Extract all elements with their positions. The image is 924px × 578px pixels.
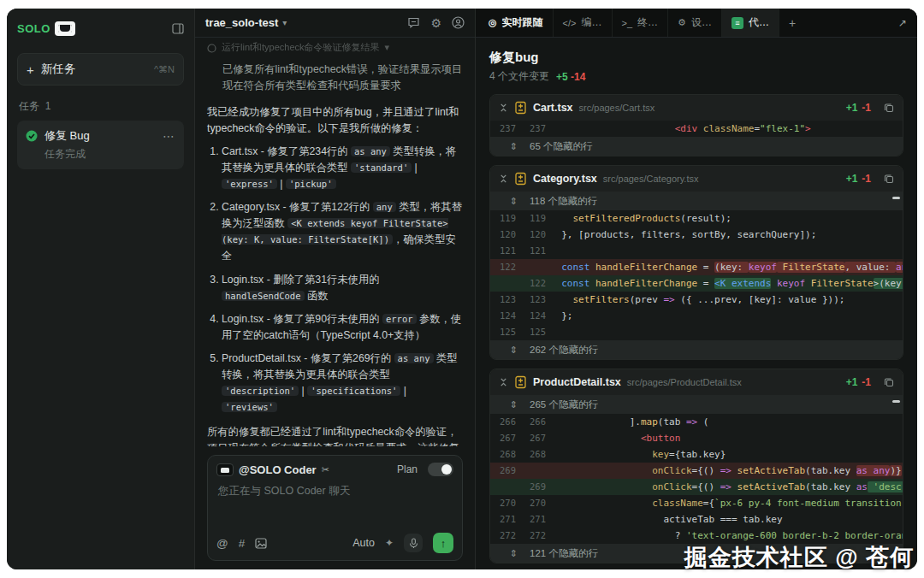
settings-icon: ⚙ (678, 17, 686, 28)
robot-logo-icon (55, 21, 75, 36)
new-line-number: 271 (520, 511, 550, 528)
hidden-lines-label: 65 个隐藏的行 (530, 139, 593, 155)
hidden-lines-expander[interactable]: ⇕262 个隐藏的行 (490, 340, 903, 359)
new-line-number: 270 (520, 495, 550, 511)
task-list-item[interactable]: 修复 Bug ⋯ 任务完成 (17, 121, 184, 169)
tab-new-tab[interactable]: + (779, 9, 805, 37)
unfold-icon: ⇕ (490, 546, 530, 562)
tab-live-follow[interactable]: ◎实时跟随 (479, 9, 554, 37)
file-stats: +1-1 (846, 102, 871, 114)
copy-icon[interactable] (884, 377, 894, 387)
page: SOLO + 新任务 ^⌘N 任务 1 修复 Bug (0, 0, 924, 578)
agent-robot-icon (216, 463, 234, 476)
watermark: 掘金技术社区 @ 苍何 (684, 542, 914, 573)
tab-label: 代… (749, 15, 769, 30)
task-status: 任务完成 (44, 147, 175, 162)
line-content: onClick={() => setActiveTab(tab.key as a… (550, 463, 903, 479)
new-line-number: 269 (520, 479, 550, 495)
scrollbar-thumb[interactable] (892, 400, 900, 403)
diff-line: 266266 ].map(tab => ( (490, 414, 903, 430)
diff-line: 122 const handleFilterChange = (key: key… (490, 259, 903, 275)
modified-file-icon (514, 172, 527, 186)
chat-scroll-area[interactable]: 运行lint和typecheck命令验证修复结果 ▾ 已修复所有lint和typ… (195, 38, 475, 446)
expand-panel-icon[interactable]: ↗ (888, 17, 917, 29)
assistant-intro: 我已经成功修复了项目中的所有bug，并且通过了lint和typecheck命令的… (207, 104, 463, 137)
hidden-lines-expander[interactable]: ⇕265 个隐藏的行 (490, 395, 903, 414)
line-content: const handleFilterChange = (key: keyof F… (550, 259, 903, 275)
mic-button[interactable] (404, 534, 423, 552)
diff-line: 122 const handleFilterChange = <K extend… (490, 275, 903, 292)
file-stats: +1-1 (846, 173, 871, 185)
inline-code: 'express' (222, 179, 277, 189)
diff-file-header[interactable]: Category.tsxsrc/pages/Category.tsx+1-1 (490, 166, 903, 192)
mode-selector[interactable]: Auto (352, 537, 375, 549)
new-line-number: 266 (520, 414, 550, 430)
file-path: src/pages/Category.tsx (603, 174, 699, 184)
new-line-number: 119 (520, 210, 550, 227)
files-changed-count: 4 个文件变更 (489, 69, 549, 84)
hidden-lines-expander[interactable]: ⇕65 个隐藏的行 (490, 137, 903, 156)
hidden-lines-expander[interactable]: ⇕118 个隐藏的行 (490, 192, 903, 210)
new-line-number: 122 (520, 275, 550, 292)
collapsed-tool-row[interactable]: 运行lint和typecheck命令验证修复结果 ▾ (207, 41, 463, 55)
sparkle-icon[interactable]: ✦ (385, 537, 394, 549)
fix-item: Category.tsx - 修复了第122行的 any 类型，将其替换为泛型函… (222, 199, 463, 264)
line-content: className={`px-6 py-4 font-medium transi… (550, 495, 903, 511)
fix-item: Login.tsx - 删除了第31行未使用的 handleSendCode 函… (222, 272, 463, 304)
tab-code-diff[interactable]: ≡代… (722, 9, 779, 37)
diff-file-header[interactable]: Cart.tsxsrc/pages/Cart.tsx+1-1 (490, 95, 903, 121)
copy-icon[interactable] (884, 103, 894, 113)
app-window: SOLO + 新任务 ^⌘N 任务 1 修复 Bug (7, 9, 917, 569)
message-input[interactable]: 您正在与 SOLO Coder 聊天 (218, 484, 452, 533)
tab-settings[interactable]: ⚙设… (668, 9, 722, 37)
mention-icon[interactable]: @ (216, 537, 228, 550)
agent-name[interactable]: @SOLO Coder (239, 463, 317, 476)
sidebar-header: SOLO (17, 17, 184, 39)
task-more-icon[interactable]: ⋯ (163, 129, 175, 143)
fix-item: Cart.tsx - 修复了第234行的 as any 类型转换，将其替换为更具… (222, 144, 463, 192)
chat-header: trae_solo-test ▾ ⚙ (195, 9, 475, 38)
hash-icon[interactable]: # (239, 537, 246, 550)
old-line-number: 266 (490, 414, 520, 430)
diff-title: 修复bug (489, 50, 903, 66)
collapse-icon[interactable] (499, 103, 508, 113)
plan-toggle[interactable] (428, 463, 453, 476)
composer[interactable]: @SOLO Coder ✂ Plan 您正在与 SOLO Coder 聊天 @ … (207, 455, 463, 561)
old-line-number: 269 (490, 463, 520, 479)
tab-terminal[interactable]: >_终… (613, 9, 669, 37)
diff-line: 269 onClick={() => setActiveTab(tab.key … (490, 463, 903, 479)
inline-code: any (373, 202, 396, 212)
new-line-number: 124 (520, 308, 550, 324)
tools-icon[interactable]: ✂ (322, 464, 329, 475)
new-task-button[interactable]: + 新任务 ^⌘N (17, 53, 184, 86)
diff-file-header[interactable]: ProductDetail.tsxsrc/pages/ProductDetail… (490, 369, 903, 395)
inline-code: error (382, 314, 417, 324)
line-content: ].map(tab => ( (550, 414, 903, 430)
total-additions: +5 (556, 71, 568, 83)
hidden-lines-label: 262 个隐藏的行 (530, 342, 598, 358)
file-deletions: -1 (862, 376, 871, 388)
project-name[interactable]: trae_solo-test (205, 16, 278, 29)
settings-icon[interactable]: ⚙ (430, 16, 441, 30)
old-line-number: 122 (490, 259, 520, 275)
total-deletions: -14 (571, 71, 585, 83)
diff-code-block: 237237 <div className="flex-1">⇕65 个隐藏的行 (490, 121, 903, 156)
collapse-icon[interactable] (499, 377, 508, 387)
workspace-panel: ◎实时跟随</>编…>_终…⚙设…≡代…+↗ 修复bug 4 个文件变更 +5 … (476, 9, 917, 569)
old-line-number: 124 (490, 308, 520, 324)
collapse-icon[interactable] (499, 174, 508, 184)
tab-editor[interactable]: </>编… (554, 9, 613, 37)
comment-icon[interactable] (407, 16, 420, 29)
copy-icon[interactable] (884, 174, 894, 184)
line-content: activeTab === tab.key (550, 511, 903, 528)
scrollbar-thumb[interactable] (892, 197, 900, 199)
fix-list: Cart.tsx - 修复了第234行的 as any 类型转换，将其替换为更具… (207, 144, 463, 416)
chevron-down-icon[interactable]: ▾ (282, 18, 287, 27)
solo-brand-label: SOLO (17, 22, 50, 35)
image-attach-icon[interactable] (255, 538, 267, 549)
send-button[interactable]: ↑ (433, 533, 453, 553)
tab-label: 设… (691, 15, 712, 30)
account-icon[interactable] (452, 16, 465, 29)
collapse-sidebar-icon[interactable] (172, 23, 184, 34)
old-line-number: 125 (490, 324, 520, 340)
